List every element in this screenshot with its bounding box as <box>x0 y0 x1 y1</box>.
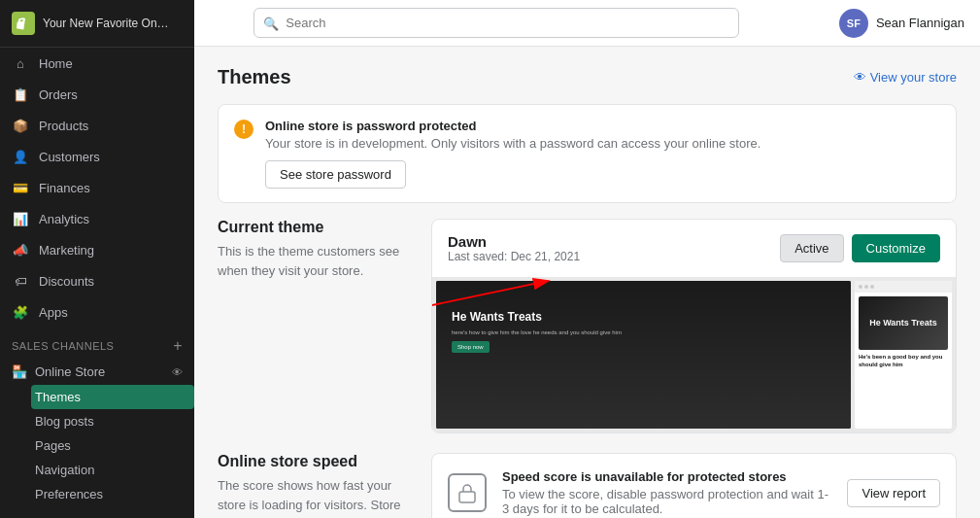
svg-rect-2 <box>459 492 475 502</box>
theme-last-saved: Last saved: Dec 21, 2021 <box>448 250 580 263</box>
search-icon: 🔍 <box>263 16 279 30</box>
preview-hero-text: He Wants Treats <box>452 310 835 326</box>
preview-product-image: He Wants Treats <box>859 296 948 350</box>
preview-hero-sub: here's how to give him the love he needs… <box>452 329 835 335</box>
nav-analytics[interactable]: 📊 Analytics <box>0 203 194 234</box>
sidebar: Your New Favorite Onli... ⌂ Home 📋 Order… <box>0 0 194 518</box>
speed-card-content: Speed score is unavailable for protected… <box>432 454 956 518</box>
sidebar-item-blog-posts[interactable]: Blog posts <box>35 409 194 433</box>
speed-section-desc: The score shows how fast your store is l… <box>218 476 412 518</box>
speed-info: Online store speed The score shows how f… <box>218 453 412 518</box>
sidebar-item-themes[interactable]: Themes <box>31 385 194 409</box>
theme-name: Dawn <box>448 233 580 250</box>
search-container: 🔍 <box>253 8 739 38</box>
current-theme-desc: This is the theme customers see when the… <box>218 242 412 280</box>
products-icon: 📦 <box>12 117 29 134</box>
analytics-icon: 📊 <box>12 210 29 227</box>
preview-product-name: He's been a good boy and you should give… <box>859 354 948 369</box>
theme-preview: Your New Favorite Online Store He Wants … <box>432 277 956 432</box>
lock-icon-container <box>448 473 487 512</box>
nav-customers[interactable]: 👤 Customers <box>0 141 194 172</box>
page-title: Themes <box>218 66 291 88</box>
theme-info: Dawn Last saved: Dec 21, 2021 <box>448 233 580 263</box>
topbar-right: SF Sean Flannigan <box>839 9 964 38</box>
customize-button[interactable]: Customize <box>852 234 940 262</box>
sidebar-header: Your New Favorite Onli... <box>0 0 194 48</box>
view-store-link[interactable]: 👁 View your store <box>854 70 957 85</box>
alert-icon: ! <box>234 120 253 139</box>
finances-icon: 💳 <box>12 179 29 196</box>
preview-product-content: He Wants Treats He's been a good boy and… <box>855 293 952 373</box>
nav-facebook[interactable]: f Facebook <box>0 510 194 518</box>
current-theme-card: Dawn Last saved: Dec 21, 2021 Active Cus… <box>431 219 957 433</box>
preview-left-panel: Your New Favorite Online Store He Wants … <box>436 281 851 429</box>
online-store-subnav: Themes Blog posts Pages Navigation Prefe… <box>0 385 194 506</box>
user-name: Sean Flannigan <box>876 16 964 30</box>
eye-icon: 👁 <box>854 70 866 85</box>
preview-right-nav <box>855 281 952 293</box>
speed-card: Speed score is unavailable for protected… <box>431 453 957 518</box>
sidebar-item-pages[interactable]: Pages <box>35 433 194 458</box>
avatar: SF <box>839 9 868 38</box>
nav-discounts[interactable]: 🏷 Discounts <box>0 265 194 296</box>
nav-apps[interactable]: 🧩 Apps <box>0 296 194 328</box>
alert-content: Online store is password protected Your … <box>265 119 940 189</box>
home-icon: ⌂ <box>12 54 29 72</box>
theme-card-header: Dawn Last saved: Dec 21, 2021 Active Cus… <box>432 220 956 277</box>
sidebar-item-preferences[interactable]: Preferences <box>35 482 194 506</box>
online-store-visibility-icon: 👁 <box>172 366 183 378</box>
orders-icon: 📋 <box>12 86 29 103</box>
current-theme-section: Current theme This is the theme customer… <box>218 219 957 433</box>
lock-icon <box>457 482 477 503</box>
view-report-button[interactable]: View report <box>847 479 940 507</box>
preview-dot-2 <box>864 285 868 289</box>
main-content: Themes 👁 View your store ! Online store … <box>194 47 980 518</box>
topbar: 🔍 SF Sean Flannigan <box>194 0 980 47</box>
sales-channels-section: SALES CHANNELS + <box>0 328 194 359</box>
speed-text-content: Speed score is unavailable for protected… <box>502 469 831 516</box>
preview-product-title-img: He Wants Treats <box>869 318 937 328</box>
nav-finances[interactable]: 💳 Finances <box>0 172 194 203</box>
customers-icon: 👤 <box>12 148 29 165</box>
nav-orders[interactable]: 📋 Orders <box>0 79 194 110</box>
online-store-icon: 🏪 <box>12 364 27 379</box>
preview-right-panel: He Wants Treats He's been a good boy and… <box>855 281 952 429</box>
theme-actions: Active Customize <box>780 234 940 262</box>
password-alert-banner: ! Online store is password protected You… <box>218 104 957 203</box>
current-theme-title: Current theme <box>218 219 412 236</box>
nav-marketing[interactable]: 📣 Marketing <box>0 234 194 265</box>
nav-products[interactable]: 📦 Products <box>0 110 194 141</box>
preview-mockup: Your New Favorite Online Store He Wants … <box>432 277 956 432</box>
discounts-icon: 🏷 <box>12 272 29 290</box>
alert-description: Your store is in development. Only visit… <box>265 136 940 151</box>
shopify-logo-icon <box>12 12 35 35</box>
sidebar-item-navigation[interactable]: Navigation <box>35 458 194 482</box>
speed-section: Online store speed The score shows how f… <box>218 453 957 518</box>
marketing-icon: 📣 <box>12 241 29 259</box>
store-name: Your New Favorite Onli... <box>43 17 169 30</box>
alert-title: Online store is password protected <box>265 119 940 133</box>
speed-card-title: Speed score is unavailable for protected… <box>502 469 831 484</box>
apps-icon: 🧩 <box>12 303 29 321</box>
search-input[interactable] <box>253 8 739 38</box>
see-store-password-button[interactable]: See store password <box>265 160 406 189</box>
preview-dot-3 <box>870 285 874 289</box>
nav-online-store[interactable]: 🏪 Online Store 👁 <box>0 359 194 385</box>
current-theme-info: Current theme This is the theme customer… <box>218 219 412 433</box>
add-sales-channel-icon[interactable]: + <box>173 337 183 355</box>
active-button: Active <box>780 234 843 262</box>
speed-card-desc: To view the score, disable password prot… <box>502 487 831 516</box>
speed-section-title: Online store speed <box>218 453 412 470</box>
page-header: Themes 👁 View your store <box>218 66 957 88</box>
preview-dot-1 <box>859 285 862 289</box>
nav-home[interactable]: ⌂ Home <box>0 48 194 79</box>
preview-cta-btn: Shop now <box>452 341 490 353</box>
